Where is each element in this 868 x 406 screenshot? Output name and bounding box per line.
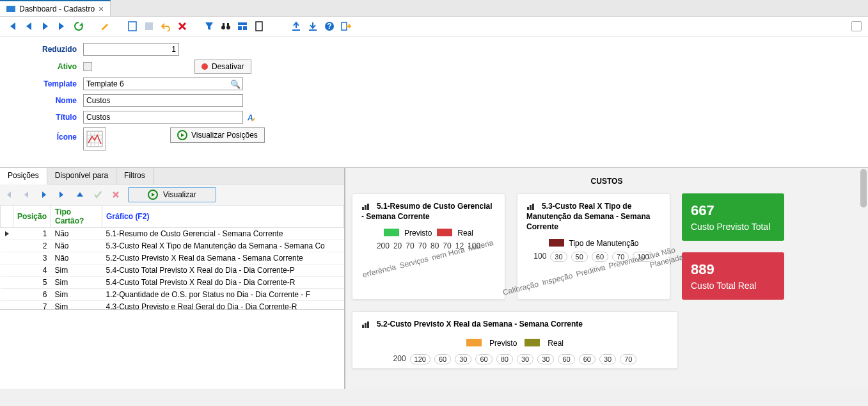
tick-label: 70 bbox=[620, 354, 636, 364]
next-record-icon[interactable] bbox=[40, 20, 51, 32]
prev-record-icon[interactable] bbox=[23, 20, 35, 32]
edit-icon[interactable] bbox=[100, 20, 111, 32]
delete-icon[interactable] bbox=[177, 20, 188, 32]
input-nome[interactable] bbox=[83, 94, 243, 107]
svg-rect-23 bbox=[367, 321, 369, 328]
preview-panel: CUSTOS 5.1-Resumo de Custo Gerencial - S… bbox=[345, 168, 868, 389]
grid-cancel-icon[interactable] bbox=[110, 189, 122, 200]
col-tipocartao[interactable]: Tipo Cartão? bbox=[51, 206, 102, 228]
card-51-title: 5.1-Resumo de Custo Gerencial - Semana C… bbox=[361, 202, 493, 221]
svg-rect-5 bbox=[227, 23, 229, 26]
tab-bar: Dashboard - Cadastro × bbox=[0, 0, 868, 17]
swatch-maroon bbox=[549, 239, 564, 247]
tick-label: 60 bbox=[475, 354, 492, 364]
export-icon[interactable] bbox=[290, 20, 302, 32]
card-previsto-total[interactable]: 667 Custo Previsto Total bbox=[682, 193, 784, 241]
first-record-icon[interactable] bbox=[6, 20, 18, 32]
play-icon bbox=[177, 130, 187, 140]
grid-next-icon[interactable] bbox=[38, 189, 50, 200]
input-reduzido[interactable] bbox=[83, 43, 179, 56]
refresh-icon[interactable] bbox=[73, 20, 84, 32]
preview-title: CUSTOS bbox=[352, 174, 862, 193]
table-row[interactable]: 7Sim4.3-Custo Previsto e Real Geral do D… bbox=[1, 301, 344, 310]
import-icon[interactable] bbox=[307, 20, 319, 32]
tick-label: 70 bbox=[406, 241, 414, 250]
toggle-checkbox[interactable] bbox=[851, 21, 862, 31]
chart-icon bbox=[361, 321, 370, 329]
font-icon[interactable]: A bbox=[247, 112, 257, 122]
layout-icon[interactable] bbox=[237, 20, 248, 32]
desativar-button[interactable]: Desativar bbox=[194, 60, 251, 74]
tab-disponivel[interactable]: Disponível para bbox=[47, 168, 116, 184]
svg-text:?: ? bbox=[327, 22, 331, 31]
tick-label: 80 bbox=[496, 354, 513, 364]
icon-preview[interactable] bbox=[83, 127, 106, 150]
save-icon[interactable] bbox=[143, 20, 155, 32]
visualizar-posicoes-button[interactable]: Visualizar Posições bbox=[170, 127, 265, 143]
tick-label: 120 bbox=[410, 354, 430, 364]
grid-prev-icon[interactable] bbox=[20, 189, 32, 200]
tick-label: Calibração bbox=[501, 279, 541, 305]
form-area: Reduzido Ativo Desativar Template 🔍 Nome… bbox=[0, 37, 868, 167]
scrollbar[interactable] bbox=[860, 169, 867, 207]
close-icon[interactable]: × bbox=[99, 4, 104, 14]
exit-icon[interactable] bbox=[340, 20, 352, 32]
table-row[interactable]: 1Não5.1-Resumo de Custo Gerencial - Sema… bbox=[1, 228, 344, 240]
tick-label: Serviços bbox=[398, 254, 429, 270]
label-nome: Nome bbox=[6, 96, 83, 105]
label-titulo: Título bbox=[6, 113, 83, 122]
input-titulo[interactable] bbox=[83, 111, 243, 124]
label-template: Template bbox=[6, 79, 83, 88]
card-total-real[interactable]: 889 Custo Total Real bbox=[682, 252, 784, 300]
play-icon bbox=[148, 190, 158, 200]
tab-posicoes[interactable]: Posições bbox=[0, 168, 47, 184]
tick-label: 60 bbox=[592, 252, 608, 262]
svg-rect-19 bbox=[530, 205, 532, 210]
col-grafico[interactable]: Gráfico (F2) bbox=[102, 206, 344, 228]
svg-rect-9 bbox=[256, 22, 262, 31]
tick-label: 30 bbox=[517, 354, 533, 364]
table-row[interactable]: 2Não5.3-Custo Real X Tipo de Manutenção … bbox=[1, 240, 344, 252]
chart-icon bbox=[361, 203, 370, 211]
tick-label: 30 bbox=[455, 354, 471, 364]
tab-dashboard-cadastro[interactable]: Dashboard - Cadastro × bbox=[0, 0, 111, 16]
table-row[interactable]: 3Não5.2-Custo Previsto X Real da Semana … bbox=[1, 252, 344, 264]
red-dot-icon bbox=[201, 63, 208, 70]
visualizar-button[interactable]: Visualizar bbox=[128, 187, 216, 202]
input-template[interactable] bbox=[83, 77, 243, 90]
tick-label: 20 bbox=[393, 241, 402, 250]
help-icon[interactable]: ? bbox=[324, 20, 335, 32]
svg-rect-21 bbox=[362, 325, 364, 328]
legend-real: Real bbox=[457, 229, 473, 238]
grid-last-icon[interactable] bbox=[56, 189, 68, 200]
tab-filtros[interactable]: Filtros bbox=[116, 168, 154, 184]
main-toolbar: ? bbox=[0, 17, 868, 37]
tick-label: 50 bbox=[571, 252, 588, 262]
tab-title: Dashboard - Cadastro bbox=[19, 4, 95, 13]
table-row[interactable]: 4Sim5.4-Custo Total Previsto X Real do D… bbox=[1, 264, 344, 277]
table-row[interactable]: 6Sim1.2-Quantidade de O.S. por Status no… bbox=[1, 289, 344, 301]
binoculars-icon[interactable] bbox=[220, 20, 232, 32]
undo-icon[interactable] bbox=[160, 20, 171, 32]
legend-tipo: Tipo de Manutenção bbox=[569, 239, 639, 248]
card-51[interactable]: 5.1-Resumo de Custo Gerencial - Semana C… bbox=[352, 193, 505, 300]
col-posicao[interactable]: Posição bbox=[13, 206, 51, 228]
document-icon[interactable] bbox=[253, 20, 265, 32]
svg-rect-12 bbox=[342, 22, 347, 30]
grid-up-icon[interactable] bbox=[74, 189, 86, 200]
swatch-green bbox=[384, 229, 399, 236]
filter-icon[interactable] bbox=[203, 20, 215, 32]
card-52[interactable]: 5.2-Custo Previsto X Real da Semana - Se… bbox=[352, 311, 678, 369]
big-red-lbl: Custo Total Real bbox=[691, 280, 775, 291]
grid: Posição Tipo Cartão? Gráfico (F2) 1Não5.… bbox=[0, 205, 344, 309]
grid-check-icon[interactable] bbox=[92, 189, 104, 200]
grid-first-icon[interactable] bbox=[3, 189, 14, 200]
tick-label: 60 bbox=[579, 354, 596, 364]
label-ativo: Ativo bbox=[6, 62, 83, 71]
new-icon[interactable] bbox=[127, 20, 138, 32]
card-53[interactable]: 5.3-Custo Real X Tipo de Manutenção da S… bbox=[517, 193, 670, 300]
checkbox-ativo[interactable] bbox=[83, 62, 92, 71]
axis-52-left: 200 bbox=[393, 354, 406, 364]
table-row[interactable]: 5Sim5.4-Custo Total Previsto X Real do D… bbox=[1, 277, 344, 289]
last-record-icon[interactable] bbox=[56, 20, 68, 32]
